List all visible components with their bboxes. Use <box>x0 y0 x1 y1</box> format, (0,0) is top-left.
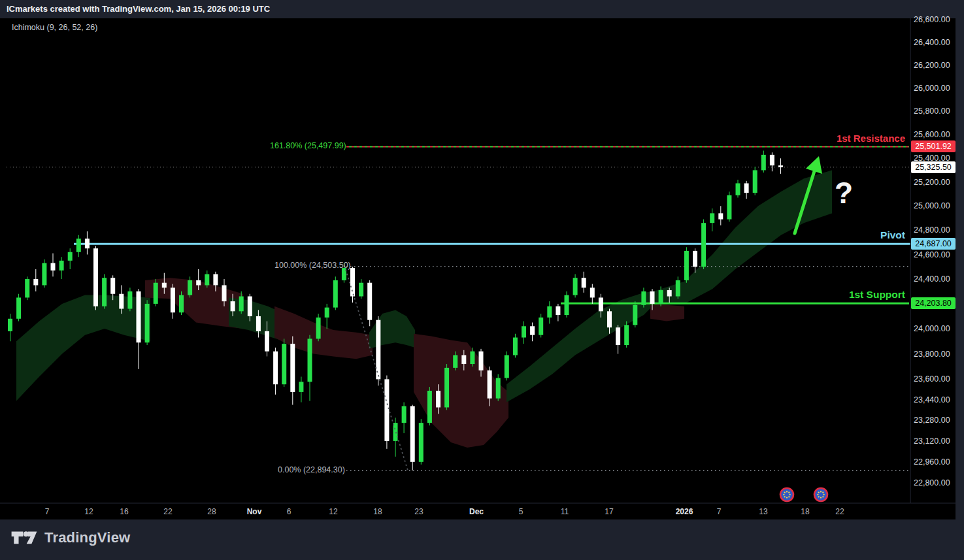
last-price-label: 25,325.50 <box>911 161 956 173</box>
tradingview-logo-text: TradingView <box>44 529 130 546</box>
price-tick-label: 26,200.00 <box>914 61 950 70</box>
price-tick-label: 25,800.00 <box>914 107 950 116</box>
resistance-price-label: 25,501.92 <box>911 140 956 152</box>
time-tick-label: 2026 <box>665 507 704 516</box>
support-price-label: 24,203.80 <box>911 297 956 309</box>
tradingview-logo[interactable]: TradingView <box>10 527 130 548</box>
time-tick-label: 13 <box>744 507 783 516</box>
price-tick-label: 24,600.00 <box>914 250 950 259</box>
fib-0-label[interactable]: 0.00% (22,894.30) <box>278 465 345 474</box>
time-tick-label: 22 <box>148 507 188 516</box>
price-tick-label: 23,600.00 <box>914 374 950 384</box>
price-tick-label: 24,800.00 <box>914 225 950 235</box>
time-tick-label: 7 <box>27 507 67 516</box>
support-annotation[interactable]: 1st Support <box>817 289 905 301</box>
question-mark-annotation[interactable]: ? <box>829 175 859 210</box>
price-tick-label: 24,400.00 <box>914 274 950 284</box>
time-tick-label: 6 <box>269 507 308 516</box>
attribution-text: ICmarkets created with TradingView.com, … <box>7 4 270 14</box>
resistance-annotation[interactable]: 1st Resistance <box>778 133 905 144</box>
fib-100-label[interactable]: 100.00% (24,503.50) <box>274 261 351 270</box>
time-tick-label: 18 <box>358 507 397 516</box>
price-axis[interactable]: 26,600.0026,400.0026,200.0026,000.0025,8… <box>911 18 964 503</box>
time-tick-label: 17 <box>590 507 629 516</box>
footer-bar: TradingView <box>0 519 964 560</box>
price-tick-label: 26,600.00 <box>914 15 950 24</box>
pivot-price-label: 24,687.00 <box>911 238 956 250</box>
eu-flag-event-icon[interactable] <box>780 488 793 501</box>
time-tick-label: Dec <box>457 507 496 516</box>
price-tick-label: 26,400.00 <box>914 38 950 47</box>
fib-161-label[interactable]: 161.80% (25,497.99) <box>270 141 346 150</box>
time-tick-label: 23 <box>399 507 439 516</box>
time-tick-label: 22 <box>820 507 859 516</box>
tradingview-logo-icon <box>10 527 38 548</box>
time-tick-label: 11 <box>545 507 584 516</box>
price-tick-label: 23,120.00 <box>914 436 950 446</box>
time-tick-label: 7 <box>699 507 739 516</box>
tradingview-snapshot: ICmarkets created with TradingView.com, … <box>0 0 964 560</box>
time-tick-label: 5 <box>501 507 540 516</box>
price-tick-label: 23,440.00 <box>914 395 950 404</box>
price-tick-label: 25,200.00 <box>914 178 950 187</box>
price-tick-label: 23,800.00 <box>914 350 950 359</box>
time-tick-label: 12 <box>69 507 108 516</box>
time-tick-label: Nov <box>235 507 274 516</box>
pivot-annotation[interactable]: Pivot <box>817 229 905 241</box>
time-tick-label: 18 <box>786 507 825 516</box>
chart-canvas[interactable] <box>0 0 964 560</box>
eu-flag-event-icon[interactable] <box>814 488 827 501</box>
time-tick-label: 12 <box>314 507 353 516</box>
time-tick-label: 28 <box>192 507 231 516</box>
price-tick-label: 22,960.00 <box>914 457 950 467</box>
time-tick-label: 16 <box>105 507 144 516</box>
price-tick-label: 22,800.00 <box>914 478 950 487</box>
price-tick-label: 25,000.00 <box>914 201 950 210</box>
price-tick-label: 26,000.00 <box>914 84 950 93</box>
price-tick-label: 23,280.00 <box>914 416 950 425</box>
indicator-label[interactable]: Ichimoku (9, 26, 52, 26) <box>12 23 97 32</box>
time-axis[interactable]: 712162228Nov6121823Dec5111720267131822 <box>0 503 956 519</box>
price-tick-label: 24,000.00 <box>914 324 950 333</box>
price-tick-label: 25,600.00 <box>914 130 950 139</box>
